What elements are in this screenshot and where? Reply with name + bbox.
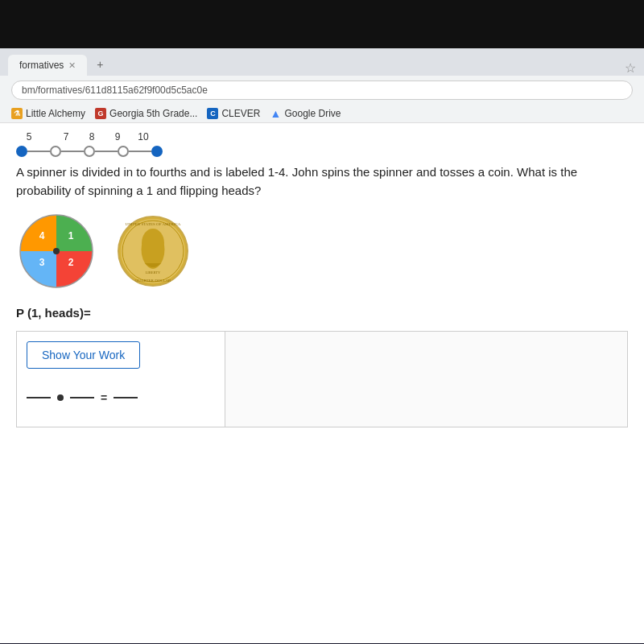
bookmark-georgia[interactable]: G Georgia 5th Grade...: [95, 108, 197, 119]
svg-text:2: 2: [68, 257, 74, 268]
bookmark-drive-label: Google Drive: [284, 108, 341, 119]
prog-num-10: 10: [130, 131, 156, 142]
prog-num-7: 7: [53, 131, 79, 142]
bookmark-alchemy-label: Little Alchemy: [26, 108, 85, 119]
images-row: 1 2 3 4: [16, 211, 628, 291]
tab-title: formatives: [19, 60, 64, 71]
question-section: A spinner is divided in to fourths and i…: [16, 157, 628, 437]
clever-icon: C: [207, 108, 218, 119]
question-text: A spinner is divided in to fourths and i…: [16, 163, 628, 200]
svg-text:3: 3: [39, 257, 45, 268]
bookmarks-bar: ⚗ Little Alchemy G Georgia 5th Grade... …: [0, 105, 644, 123]
prog-num-9: 9: [105, 131, 130, 142]
eq-dash-3: [114, 397, 138, 398]
progress-section: 5 7 8 9 10: [16, 131, 628, 157]
answer-label: P (1, heads)=: [16, 306, 628, 320]
work-area: Show Your Work =: [16, 331, 628, 427]
bookmark-alchemy[interactable]: ⚗ Little Alchemy: [11, 108, 85, 119]
browser-chrome: formatives ✕ + ☆ bm/formatives/611d8115a…: [0, 48, 644, 123]
dot-line-2: [61, 151, 84, 152]
dots-row: [16, 146, 628, 157]
address-bar: bm/formatives/611d8115a62f9f00d5c5ac0e: [0, 76, 644, 105]
svg-point-4: [53, 248, 60, 254]
page-content: 5 7 8 9 10 A spinner is divided in to fo…: [0, 123, 644, 643]
georgia-icon: G: [95, 108, 106, 119]
dot-7: [50, 146, 61, 157]
dot-8: [84, 146, 95, 157]
coin-image: UNITED STATES OF AMERICA QUARTER DOLLAR …: [113, 211, 193, 291]
spinner-image: 1 2 3 4: [16, 211, 97, 291]
drive-icon: ▲: [270, 108, 281, 119]
eq-dot: [57, 394, 64, 401]
tab-close-icon[interactable]: ✕: [68, 60, 76, 71]
active-tab[interactable]: formatives ✕: [8, 55, 87, 76]
alchemy-icon: ⚗: [11, 108, 23, 119]
new-tab-button[interactable]: +: [89, 53, 111, 76]
svg-text:QUARTER DOLLAR: QUARTER DOLLAR: [135, 279, 172, 283]
eq-equals: =: [101, 391, 107, 404]
dot-9: [118, 146, 129, 157]
svg-text:LIBERTY: LIBERTY: [146, 270, 161, 275]
star-icon[interactable]: ☆: [625, 60, 636, 76]
dot-5: [16, 146, 27, 157]
work-box-left: Show Your Work =: [16, 331, 225, 427]
bookmark-drive[interactable]: ▲ Google Drive: [270, 108, 341, 119]
tab-bar: formatives ✕ + ☆: [0, 48, 644, 76]
svg-text:4: 4: [39, 230, 45, 242]
bookmark-georgia-label: Georgia 5th Grade...: [109, 108, 197, 119]
prog-num-5: 5: [16, 131, 42, 142]
bookmark-clever[interactable]: C CLEVER: [207, 108, 260, 119]
top-dark-bar: [0, 0, 644, 48]
dot-line-3: [95, 151, 118, 152]
equation-row: =: [27, 391, 215, 404]
show-work-button[interactable]: Show Your Work: [27, 341, 140, 369]
url-input[interactable]: bm/formatives/611d8115a62f9f00d5c5ac0e: [11, 80, 633, 100]
prog-num-8: 8: [79, 131, 105, 142]
dot-10: [151, 146, 163, 157]
work-box-right: [225, 331, 628, 427]
dot-line-4: [129, 151, 151, 152]
svg-text:1: 1: [68, 230, 74, 242]
eq-dash-2: [70, 397, 94, 398]
svg-text:UNITED STATES OF AMERICA: UNITED STATES OF AMERICA: [126, 222, 181, 226]
bookmark-clever-label: CLEVER: [221, 108, 260, 119]
eq-dash-1: [27, 397, 51, 398]
progress-labels: 5 7 8 9 10: [16, 131, 628, 142]
dot-line-1: [27, 151, 50, 152]
